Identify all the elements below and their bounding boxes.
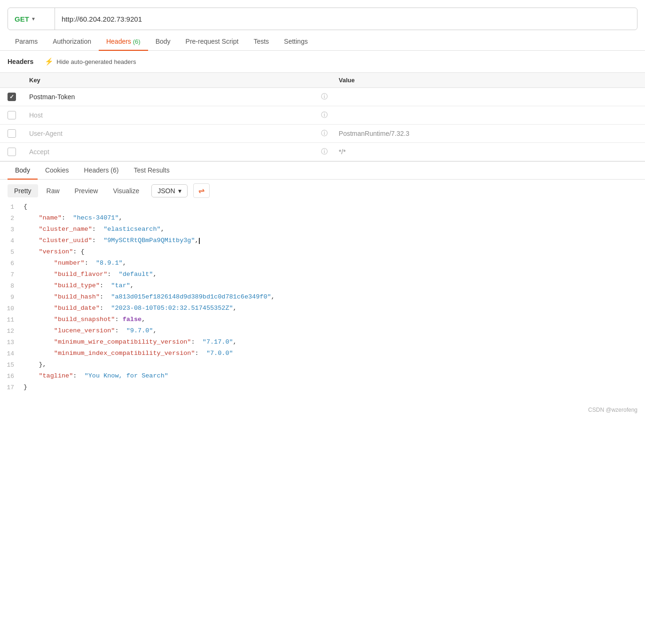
- headers-badge: (6): [133, 38, 141, 45]
- code-line: 1{: [0, 202, 645, 213]
- info-icon[interactable]: ⓘ: [321, 93, 328, 101]
- col-header-key: Key: [24, 73, 333, 88]
- view-tabs: Pretty Raw Preview Visualize JSON ▾ ⇌: [0, 180, 645, 202]
- hide-auto-headers-button[interactable]: ⚡ Hide auto-generated headers: [41, 55, 140, 68]
- format-label: JSON: [157, 187, 175, 195]
- code-line: 8 "build_type": "tar",: [0, 281, 645, 292]
- tab-tests[interactable]: Tests: [246, 33, 276, 51]
- view-preview[interactable]: Preview: [68, 184, 105, 197]
- code-line: 12 "lucene_version": "9.7.0",: [0, 326, 645, 337]
- row-key: User-Agent ⓘ: [24, 125, 333, 143]
- row-checkbox-cell: [0, 88, 24, 106]
- code-line: 16 "tagline": "You Know, for Search": [0, 371, 645, 382]
- code-line: 11 "build_snapshot": false,: [0, 314, 645, 326]
- table-row: Host ⓘ: [0, 106, 645, 125]
- info-icon[interactable]: ⓘ: [321, 111, 328, 119]
- wrap-button[interactable]: ⇌: [193, 183, 210, 198]
- row-checkbox[interactable]: [8, 129, 16, 138]
- view-raw[interactable]: Raw: [40, 184, 66, 197]
- code-line: 14 "minimum_index_compatibility_version"…: [0, 348, 645, 360]
- col-header-value: Value: [333, 73, 645, 88]
- info-icon[interactable]: ⓘ: [321, 148, 328, 156]
- row-checkbox[interactable]: [8, 93, 16, 101]
- tab-body[interactable]: Body: [148, 33, 178, 51]
- url-input[interactable]: [55, 15, 637, 23]
- hide-auto-icon: ⚡: [45, 57, 54, 66]
- hide-auto-label: Hide auto-generated headers: [56, 58, 136, 65]
- info-icon[interactable]: ⓘ: [321, 129, 328, 138]
- tab-headers[interactable]: Headers (6): [99, 33, 148, 51]
- url-bar: GET ▾: [8, 8, 637, 30]
- row-checkbox[interactable]: [8, 111, 16, 119]
- view-pretty[interactable]: Pretty: [8, 184, 38, 197]
- view-visualize[interactable]: Visualize: [106, 184, 146, 197]
- row-value: [333, 88, 645, 106]
- table-row: User-Agent ⓘ PostmanRuntime/7.32.3: [0, 125, 645, 143]
- format-chevron-icon: ▾: [178, 187, 181, 195]
- method-selector[interactable]: GET ▾: [8, 8, 55, 30]
- tab-params[interactable]: Params: [8, 33, 45, 51]
- row-key: Postman-Token ⓘ: [24, 88, 333, 106]
- code-line: 9 "build_hash": "a813d015ef1826148d9d389…: [0, 292, 645, 303]
- row-key: Accept ⓘ: [24, 143, 333, 161]
- table-row: Postman-Token ⓘ: [0, 88, 645, 106]
- response-tabs: Body Cookies Headers (6) Test Results: [0, 162, 645, 180]
- code-line: 10 "build_date": "2023-08-10T05:02:32.51…: [0, 303, 645, 314]
- headers-title: Headers: [8, 58, 33, 65]
- tab-prerequest[interactable]: Pre-request Script: [178, 33, 246, 51]
- code-line: 4 "cluster_uuid": "9MySCtRtQBmPa9QMitby3…: [0, 236, 645, 247]
- code-line: 7 "build_flavor": "default",: [0, 269, 645, 281]
- headers-section-header: Headers ⚡ Hide auto-generated headers: [0, 51, 645, 72]
- row-checkbox-cell: [0, 125, 24, 143]
- code-line: 2 "name": "hecs-34071",: [0, 213, 645, 224]
- method-label: GET: [15, 15, 29, 23]
- tab-authorization[interactable]: Authorization: [45, 33, 99, 51]
- headers-table: Key Value Postman-Token ⓘ: [0, 72, 645, 161]
- code-line: 5 "version": {: [0, 247, 645, 258]
- code-line: 6 "number": "8.9.1",: [0, 258, 645, 269]
- json-output: 1{2 "name": "hecs-34071",3 "cluster_name…: [0, 202, 645, 403]
- row-checkbox-cell: [0, 106, 24, 125]
- row-key: Host ⓘ: [24, 106, 333, 125]
- row-checkbox-cell: [0, 143, 24, 161]
- format-selector[interactable]: JSON ▾: [151, 184, 187, 197]
- row-checkbox[interactable]: [8, 148, 16, 156]
- request-tabs: Params Authorization Headers (6) Body Pr…: [0, 33, 645, 51]
- row-value: */*: [333, 143, 645, 161]
- row-value: PostmanRuntime/7.32.3: [333, 125, 645, 143]
- tab-response-body[interactable]: Body: [8, 162, 38, 180]
- tab-response-headers[interactable]: Headers (6): [77, 162, 126, 180]
- code-line: 13 "minimum_wire_compatibility_version":…: [0, 337, 645, 348]
- chevron-down-icon: ▾: [32, 16, 35, 22]
- tab-settings[interactable]: Settings: [276, 33, 315, 51]
- code-line: 15 },: [0, 360, 645, 371]
- watermark: CSDN @wzerofeng: [0, 403, 645, 417]
- code-line: 17}: [0, 382, 645, 393]
- col-header-check: [0, 73, 24, 88]
- row-value: [333, 106, 645, 125]
- tab-response-cookies[interactable]: Cookies: [38, 162, 77, 180]
- tab-response-test-results[interactable]: Test Results: [126, 162, 177, 180]
- table-row: Accept ⓘ */*: [0, 143, 645, 161]
- code-line: 3 "cluster_name": "elasticsearch",: [0, 224, 645, 236]
